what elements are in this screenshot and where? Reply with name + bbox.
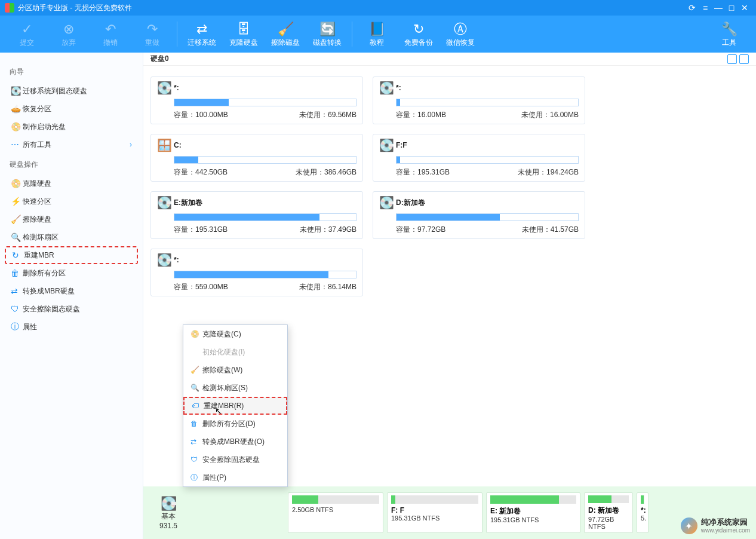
undo-button[interactable]: ↶撤销	[90, 16, 131, 52]
close-icon[interactable]: ✕	[738, 3, 751, 13]
usage-bar	[174, 99, 357, 106]
menu-icon[interactable]: ≡	[699, 3, 712, 13]
context-menu-item[interactable]: 📀克隆硬盘(C)	[183, 325, 287, 343]
sidebar-item-icon: 🛡	[11, 304, 23, 314]
context-menu-icon: ⓘ	[190, 473, 202, 483]
chevron-right-icon: ›	[130, 140, 132, 149]
sidebar-item-label: 制作启动光盘	[23, 122, 132, 132]
free-label: 未使用：37.49GB	[300, 225, 357, 235]
map-part-name: D: 新加卷	[588, 506, 629, 516]
partition-name: F:F	[396, 141, 407, 149]
toolbar-sep	[352, 22, 352, 47]
sidebar-item[interactable]: ⇄转换成MBR硬盘	[5, 282, 138, 300]
disk-map-partition[interactable]: 2.50GB NTFS	[288, 492, 383, 533]
sidebar-item[interactable]: 🛡安全擦除固态硬盘	[5, 300, 138, 318]
minimize-icon[interactable]: —	[712, 3, 725, 13]
context-menu-label: 删除所有分区(D)	[202, 419, 280, 429]
context-menu-item[interactable]: ⇄转换成MBR硬盘(O)	[183, 433, 287, 451]
sidebar-item-label: 转换成MBR硬盘	[23, 286, 132, 296]
usage-bar	[396, 213, 579, 221]
context-menu-item[interactable]: 初始化硬盘(I)	[183, 343, 287, 361]
watermark: ✦ 纯净系统家园 www.yidaimei.com	[681, 517, 750, 534]
partition-card[interactable]: 💽D:新加卷容量：97.72GB未使用：41.57GB	[373, 191, 585, 239]
sidebar-item-icon: ↻	[12, 250, 24, 260]
view-grid-icon[interactable]	[727, 54, 737, 64]
tutorial-button[interactable]: 📘教程	[356, 16, 398, 52]
partition-card[interactable]: 💽*:容量：100.00MB未使用：69.56MB	[150, 76, 363, 124]
drive-icon: 💽	[379, 81, 396, 95]
sidebar-item[interactable]: 📀克隆硬盘	[5, 174, 138, 192]
disk-convert-button[interactable]: 🔄磁盘转换	[306, 16, 348, 52]
context-menu-item[interactable]: 🏷重建MBR(R)	[183, 397, 287, 415]
disk-map-head[interactable]: 💽 基本 931.5	[150, 492, 186, 533]
context-menu-item[interactable]: 🗑删除所有分区(D)	[183, 415, 287, 433]
sidebar-item[interactable]: 🧹擦除硬盘	[5, 210, 138, 228]
wechat-recover-button[interactable]: Ⓐ微信恢复	[440, 16, 481, 52]
disk-map-partition[interactable]: D: 新加卷97.72GB NTFS	[584, 492, 633, 533]
partition-card[interactable]: 💽E:新加卷容量：195.31GB未使用：37.49GB	[150, 191, 363, 239]
toolbar-sep	[177, 22, 177, 47]
context-menu-item[interactable]: 🛡安全擦除固态硬盘	[183, 451, 287, 468]
sidebar-item[interactable]: ↻重建MBR	[5, 246, 138, 264]
sidebar-item-label: 安全擦除固态硬盘	[23, 304, 132, 314]
watermark-icon: ✦	[681, 517, 697, 534]
usage-bar	[174, 271, 357, 278]
disk-map-partition[interactable]: *:5.	[637, 492, 649, 533]
sidebar-item[interactable]: 🔍检测坏扇区	[5, 228, 138, 246]
partition-card[interactable]: 💽*:容量：16.00MB未使用：16.00MB	[373, 76, 585, 124]
context-menu-item[interactable]: ⓘ属性(P)	[183, 468, 287, 486]
disk-map: 💽 基本 931.5 2.50GB NTFSF: F195.31GB NTFSE…	[143, 486, 756, 539]
context-menu-item[interactable]: 🧹擦除硬盘(W)	[183, 361, 287, 379]
sidebar-item[interactable]: ⋯所有工具›	[5, 136, 138, 154]
context-menu: 📀克隆硬盘(C)初始化硬盘(I)🧹擦除硬盘(W)🔍检测坏扇区(S)🏷重建MBR(…	[183, 324, 288, 487]
free-label: 未使用：69.56MB	[299, 110, 357, 120]
map-bar	[641, 495, 644, 504]
sidebar-item-icon: 📀	[11, 179, 23, 188]
sidebar-item[interactable]: 🗑删除所有分区	[5, 264, 138, 282]
capacity-label: 容量：16.00MB	[396, 110, 446, 120]
sidebar-item[interactable]: 📀制作启动光盘	[5, 118, 138, 136]
sidebar-item[interactable]: ⚡快速分区	[5, 192, 138, 210]
discard-button[interactable]: ⊗放弃	[48, 16, 90, 52]
commit-button[interactable]: ✓提交	[6, 16, 48, 52]
partition-name: *:	[174, 84, 179, 92]
view-list-icon[interactable]	[739, 54, 749, 64]
clone-disk-button[interactable]: 🗄克隆硬盘	[223, 16, 265, 52]
drive-icon: 🪟	[157, 138, 174, 152]
sidebar-item[interactable]: 💽迁移系统到固态硬盘	[5, 82, 138, 100]
context-menu-icon: 🗑	[190, 419, 202, 428]
map-part-name: *:	[641, 506, 644, 514]
refresh-icon[interactable]: ⟳	[686, 3, 699, 13]
free-backup-button[interactable]: ↻免费备份	[398, 16, 440, 52]
free-label: 未使用：194.24GB	[518, 167, 579, 177]
migrate-button[interactable]: ⇄迁移系统	[181, 16, 223, 52]
context-menu-icon: 🏷	[192, 402, 204, 410]
maximize-icon[interactable]: □	[725, 3, 738, 13]
free-label: 未使用：16.00MB	[521, 110, 579, 120]
context-menu-icon: 📀	[190, 330, 202, 338]
capacity-label: 容量：100.00MB	[174, 110, 228, 120]
sidebar: 向导 💽迁移系统到固态硬盘🥧恢复分区📀制作启动光盘⋯所有工具› 硬盘操作 📀克隆…	[0, 53, 143, 539]
partition-name: *:	[174, 256, 179, 264]
context-menu-item[interactable]: 🔍检测坏扇区(S)	[183, 379, 287, 397]
partition-card[interactable]: 💽*:容量：559.00MB未使用：86.14MB	[150, 249, 363, 296]
wipe-disk-button[interactable]: 🧹擦除磁盘	[265, 16, 306, 52]
disk-icon: 💽	[161, 496, 177, 512]
redo-button[interactable]: ↷重做	[131, 16, 173, 52]
tools-button[interactable]: 🔧工具	[708, 16, 750, 52]
disk-map-partition[interactable]: F: F195.31GB NTFS	[387, 492, 483, 533]
sidebar-item-label: 擦除硬盘	[23, 215, 132, 225]
sidebar-item-label: 恢复分区	[23, 104, 132, 114]
disk-map-partition[interactable]: E: 新加卷195.31GB NTFS	[486, 492, 580, 533]
context-menu-label: 属性(P)	[202, 473, 280, 483]
sidebar-item[interactable]: ⓘ属性	[5, 318, 138, 336]
usage-bar	[174, 213, 357, 221]
sidebar-item-label: 属性	[23, 322, 132, 332]
sidebar-item-label: 检测坏扇区	[23, 232, 132, 243]
sidebar-item-label: 所有工具	[23, 140, 130, 150]
sidebar-item-icon: 🔍	[11, 232, 23, 242]
partition-card[interactable]: 🪟C:容量：442.50GB未使用：386.46GB	[150, 134, 363, 182]
drive-icon: 💽	[379, 195, 396, 210]
sidebar-item[interactable]: 🥧恢复分区	[5, 100, 138, 118]
partition-card[interactable]: 💽F:F容量：195.31GB未使用：194.24GB	[373, 134, 585, 182]
